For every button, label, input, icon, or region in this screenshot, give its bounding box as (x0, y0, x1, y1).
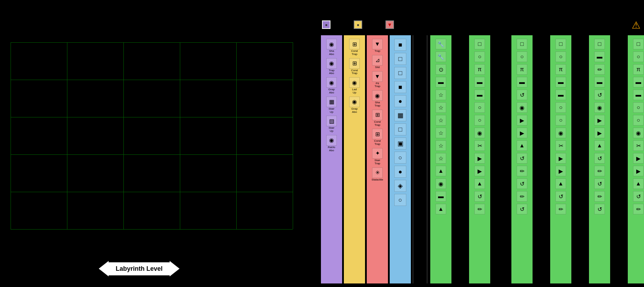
panel-purple-item-4[interactable]: ▧ StairUp (321, 116, 342, 133)
panel-blue-item-4[interactable]: ● (390, 95, 411, 107)
green3-item-6[interactable]: ▶ (512, 115, 532, 126)
blue-solid-sq-icon[interactable]: ■ (394, 39, 406, 51)
panel-blue-item-3[interactable]: ■ (390, 81, 411, 93)
green3-icon-12[interactable]: ✏ (517, 191, 527, 202)
green4-icon-13[interactable]: ✏ (555, 204, 566, 214)
green3-icon-7[interactable]: ▶ (517, 128, 527, 138)
green2-icon-11[interactable]: ▲ (474, 178, 485, 189)
green2-item-12[interactable]: ↺ (469, 191, 490, 202)
green1-icon-7[interactable]: ☆ (436, 128, 446, 138)
green3-item-5[interactable]: ◉ (512, 102, 532, 113)
blue-empty-sq-2-icon[interactable]: □ (394, 67, 406, 79)
green3-icon-1[interactable]: ○ (517, 51, 527, 62)
pink-icon-btn[interactable]: ▼ (384, 19, 395, 30)
green4-icon-6[interactable]: ○ (555, 115, 566, 126)
warning-icon[interactable]: ⚠ (632, 19, 640, 31)
green1-item-10[interactable]: ▲ (431, 166, 451, 176)
green6-item-5[interactable]: ○ (628, 102, 644, 113)
panel-purple-item-0[interactable]: ◉ ShaAbo (321, 39, 342, 56)
blue-empty-circle-icon[interactable]: ○ (394, 152, 406, 164)
panel-pink-item-0[interactable]: ▼ Trap (367, 39, 388, 53)
blue-checker-icon[interactable]: ▣ (394, 138, 406, 149)
green2-item-11[interactable]: ▲ (469, 178, 490, 189)
green5-item-0[interactable]: □ (589, 39, 610, 49)
green1-icon-6[interactable]: ☆ (436, 115, 446, 126)
panel-blue-item-9[interactable]: ● (390, 166, 411, 178)
green4-icon-0[interactable]: □ (555, 39, 566, 49)
green3-item-10[interactable]: ✏ (512, 166, 532, 176)
green5-icon-9[interactable]: ↺ (594, 153, 605, 164)
green6-item-12[interactable]: ↺ (628, 191, 644, 202)
cond-trap-pink-1-icon[interactable]: ⊞ (372, 110, 383, 120)
green2-icon-6[interactable]: ○ (474, 115, 485, 126)
blue-ring-icon[interactable]: ○ (394, 194, 406, 206)
green5-icon-12[interactable]: ✏ (594, 191, 605, 202)
blue-grid-icon[interactable]: ▦ (394, 109, 406, 121)
green3-item-11[interactable]: ↺ (512, 178, 532, 189)
green4-item-2[interactable]: π (551, 64, 571, 75)
panel-purple-item-5[interactable]: ◉ Rat/loAbo (321, 135, 342, 152)
stair-up-1-icon[interactable]: ▦ (326, 97, 337, 107)
green6-item-9[interactable]: ▶ (628, 153, 644, 164)
green2-item-0[interactable]: □ (469, 39, 490, 49)
green6-icon-1[interactable]: ○ (633, 51, 644, 62)
green6-item-0[interactable]: □ (628, 39, 644, 49)
green2-icon-3[interactable]: ▬ (474, 77, 485, 87)
green6-icon-2[interactable]: π (633, 64, 644, 75)
green1-item-5[interactable]: ☆ (431, 102, 451, 113)
green5-item-7[interactable]: ▶ (589, 128, 610, 138)
green1-item-13[interactable]: ▲ (431, 204, 451, 214)
green4-icon-1[interactable]: ○ (555, 51, 566, 62)
blue-empty-sq-icon[interactable]: □ (394, 53, 406, 65)
green5-icon-13[interactable]: ↺ (594, 204, 605, 214)
green6-item-13[interactable]: ✏ (628, 204, 644, 214)
green4-item-11[interactable]: ▲ (551, 178, 571, 189)
green2-item-1[interactable]: ○ (469, 51, 490, 62)
cond-trap-1-icon[interactable]: ⊞ (349, 39, 360, 49)
green6-icon-8[interactable]: ✂ (633, 140, 644, 151)
panel-yellow-item-1[interactable]: ⊞ CondTrap (344, 58, 365, 75)
green4-icon-2[interactable]: π (555, 64, 566, 75)
slid-icon[interactable]: ⊿ (372, 55, 383, 66)
green4-item-10[interactable]: ▶ (551, 166, 571, 176)
green6-item-1[interactable]: ○ (628, 51, 644, 62)
green6-icon-5[interactable]: ○ (633, 102, 644, 113)
green1-item-6[interactable]: ☆ (431, 115, 451, 126)
trap-icon[interactable]: ▼ (372, 39, 383, 49)
green1-item-1[interactable]: 🔧 (431, 51, 451, 62)
stair-trap-icon[interactable]: ✦ (372, 148, 383, 159)
green2-item-4[interactable]: ▬ (469, 90, 490, 100)
green2-icon-0[interactable]: □ (474, 39, 485, 49)
stair-up-2-icon[interactable]: ▧ (326, 116, 337, 126)
green6-icon-7[interactable]: ◉ (633, 128, 644, 138)
green3-item-3[interactable]: ▬ (512, 77, 532, 87)
green4-item-4[interactable]: ▬ (551, 90, 571, 100)
green4-icon-12[interactable]: ↺ (555, 191, 566, 202)
green6-item-8[interactable]: ✂ (628, 140, 644, 151)
green2-icon-9[interactable]: ▶ (474, 153, 485, 164)
green1-item-8[interactable]: ☆ (431, 140, 451, 151)
green4-icon-10[interactable]: ▶ (555, 166, 566, 176)
green4-item-1[interactable]: ○ (551, 51, 571, 62)
green2-item-8[interactable]: ✂ (469, 140, 490, 151)
green3-icon-11[interactable]: ↺ (517, 178, 527, 189)
green4-item-5[interactable]: ○ (551, 102, 571, 113)
green5-item-9[interactable]: ↺ (589, 153, 610, 164)
green4-icon-8[interactable]: ✂ (555, 140, 566, 151)
rat-above-icon[interactable]: ◉ (326, 135, 337, 146)
green1-item-7[interactable]: ☆ (431, 128, 451, 138)
green6-item-4[interactable]: ▬ (628, 90, 644, 100)
green3-icon-8[interactable]: ▲ (517, 140, 527, 151)
green6-icon-12[interactable]: ↺ (633, 191, 644, 202)
pit-trap-icon[interactable]: ▼ (372, 71, 383, 82)
green3-item-2[interactable]: π (512, 64, 532, 75)
green2-icon-4[interactable]: ▬ (474, 90, 485, 100)
green5-icon-1[interactable]: ▬ (594, 51, 605, 62)
green5-icon-7[interactable]: ▶ (594, 128, 605, 138)
green3-icon-13[interactable]: ↺ (517, 204, 527, 214)
green3-icon-9[interactable]: ↺ (517, 153, 527, 164)
trap-above-icon[interactable]: ◉ (326, 58, 337, 69)
green3-item-8[interactable]: ▲ (512, 140, 532, 151)
green6-item-7[interactable]: ◉ (628, 128, 644, 138)
panel-blue-item-1[interactable]: □ (390, 53, 411, 65)
